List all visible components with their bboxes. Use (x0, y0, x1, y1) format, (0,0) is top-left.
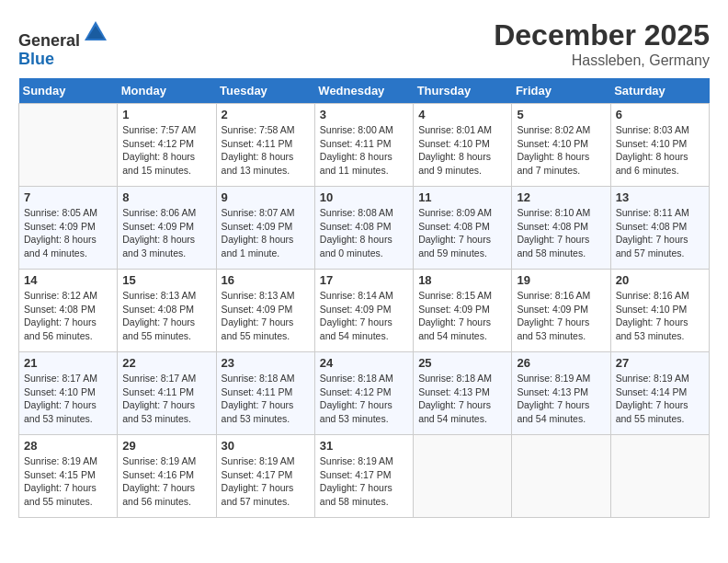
day-number: 15 (122, 273, 210, 287)
day-number: 3 (320, 108, 408, 121)
calendar-cell: 15Sunrise: 8:13 AMSunset: 4:08 PMDayligh… (118, 270, 216, 352)
day-info: Sunrise: 8:18 AMSunset: 4:11 PMDaylight:… (222, 372, 310, 426)
calendar-cell: 8Sunrise: 8:06 AMSunset: 4:09 PMDaylight… (118, 187, 216, 270)
header-friday: Friday (512, 78, 610, 104)
calendar-cell: 4Sunrise: 8:01 AMSunset: 4:10 PMDaylight… (414, 104, 512, 187)
day-info: Sunrise: 8:19 AMSunset: 4:14 PMDaylight:… (616, 372, 704, 426)
day-number: 16 (222, 273, 310, 287)
calendar-cell: 14Sunrise: 8:12 AMSunset: 4:08 PMDayligh… (19, 270, 118, 352)
week-row-2: 14Sunrise: 8:12 AMSunset: 4:08 PMDayligh… (19, 270, 710, 352)
day-info: Sunrise: 8:19 AMSunset: 4:16 PMDaylight:… (122, 454, 210, 509)
week-row-0: 1Sunrise: 7:57 AMSunset: 4:12 PMDaylight… (19, 104, 710, 187)
day-info: Sunrise: 8:11 AMSunset: 4:08 PMDaylight:… (616, 206, 704, 260)
day-number: 19 (517, 273, 605, 287)
day-number: 23 (222, 356, 310, 370)
day-number: 22 (122, 356, 210, 370)
calendar-table: SundayMondayTuesdayWednesdayThursdayFrid… (18, 78, 710, 518)
calendar-cell: 10Sunrise: 8:08 AMSunset: 4:08 PMDayligh… (314, 187, 413, 270)
calendar-header-row: SundayMondayTuesdayWednesdayThursdayFrid… (19, 78, 710, 104)
day-number: 7 (24, 190, 112, 204)
calendar-cell: 21Sunrise: 8:17 AMSunset: 4:10 PMDayligh… (19, 352, 118, 435)
day-info: Sunrise: 8:19 AMSunset: 4:13 PMDaylight:… (517, 372, 605, 426)
week-row-3: 21Sunrise: 8:17 AMSunset: 4:10 PMDayligh… (19, 352, 710, 435)
day-number: 29 (122, 439, 210, 453)
calendar-cell (414, 435, 512, 518)
day-info: Sunrise: 8:15 AMSunset: 4:09 PMDaylight:… (418, 289, 506, 343)
day-info: Sunrise: 7:57 AMSunset: 4:12 PMDaylight:… (122, 123, 210, 178)
day-info: Sunrise: 8:17 AMSunset: 4:11 PMDaylight:… (122, 372, 210, 426)
header-saturday: Saturday (610, 78, 709, 104)
header-thursday: Thursday (414, 78, 512, 104)
calendar-cell: 28Sunrise: 8:19 AMSunset: 4:15 PMDayligh… (19, 435, 118, 518)
calendar-cell: 17Sunrise: 8:14 AMSunset: 4:09 PMDayligh… (314, 270, 413, 352)
calendar-cell: 5Sunrise: 8:02 AMSunset: 4:10 PMDaylight… (512, 104, 610, 187)
logo-general: General (18, 31, 80, 50)
calendar-cell (512, 435, 610, 518)
day-info: Sunrise: 8:19 AMSunset: 4:17 PMDaylight:… (320, 454, 408, 509)
day-info: Sunrise: 8:13 AMSunset: 4:09 PMDaylight:… (222, 289, 310, 343)
day-number: 24 (320, 356, 408, 370)
day-number: 2 (222, 108, 310, 121)
day-number: 17 (320, 273, 408, 287)
day-number: 4 (418, 108, 506, 121)
day-number: 31 (320, 439, 408, 453)
week-row-1: 7Sunrise: 8:05 AMSunset: 4:09 PMDaylight… (19, 187, 710, 270)
logo-icon (82, 18, 109, 46)
day-number: 30 (222, 439, 310, 453)
calendar-cell: 27Sunrise: 8:19 AMSunset: 4:14 PMDayligh… (610, 352, 709, 435)
day-number: 9 (222, 190, 310, 204)
day-info: Sunrise: 8:02 AMSunset: 4:10 PMDaylight:… (517, 123, 605, 178)
header-sunday: Sunday (19, 78, 118, 104)
calendar-cell: 2Sunrise: 7:58 AMSunset: 4:11 PMDaylight… (216, 104, 314, 187)
header-wednesday: Wednesday (314, 78, 413, 104)
calendar-cell: 9Sunrise: 8:07 AMSunset: 4:09 PMDaylight… (216, 187, 314, 270)
day-info: Sunrise: 8:09 AMSunset: 4:08 PMDaylight:… (418, 206, 506, 260)
calendar-cell: 6Sunrise: 8:03 AMSunset: 4:10 PMDaylight… (610, 104, 709, 187)
day-number: 5 (517, 108, 605, 121)
day-number: 25 (418, 356, 506, 370)
day-info: Sunrise: 8:00 AMSunset: 4:11 PMDaylight:… (320, 123, 408, 178)
calendar-cell: 16Sunrise: 8:13 AMSunset: 4:09 PMDayligh… (216, 270, 314, 352)
day-number: 18 (418, 273, 506, 287)
day-info: Sunrise: 8:01 AMSunset: 4:10 PMDaylight:… (418, 123, 506, 178)
day-info: Sunrise: 8:18 AMSunset: 4:12 PMDaylight:… (320, 372, 408, 426)
calendar-cell: 11Sunrise: 8:09 AMSunset: 4:08 PMDayligh… (414, 187, 512, 270)
day-info: Sunrise: 8:18 AMSunset: 4:13 PMDaylight:… (418, 372, 506, 426)
header-monday: Monday (118, 78, 216, 104)
week-row-4: 28Sunrise: 8:19 AMSunset: 4:15 PMDayligh… (19, 435, 710, 518)
day-number: 20 (616, 273, 704, 287)
day-number: 6 (616, 108, 704, 121)
calendar-cell: 13Sunrise: 8:11 AMSunset: 4:08 PMDayligh… (610, 187, 709, 270)
calendar-cell: 7Sunrise: 8:05 AMSunset: 4:09 PMDaylight… (19, 187, 118, 270)
calendar-cell: 24Sunrise: 8:18 AMSunset: 4:12 PMDayligh… (314, 352, 413, 435)
calendar-cell (610, 435, 709, 518)
day-info: Sunrise: 8:16 AMSunset: 4:09 PMDaylight:… (517, 289, 605, 343)
day-number: 1 (122, 108, 210, 121)
logo: General Blue (18, 18, 109, 69)
day-info: Sunrise: 8:06 AMSunset: 4:09 PMDaylight:… (122, 206, 210, 260)
calendar-body: 1Sunrise: 7:57 AMSunset: 4:12 PMDaylight… (19, 104, 710, 518)
calendar-cell: 3Sunrise: 8:00 AMSunset: 4:11 PMDaylight… (314, 104, 413, 187)
day-number: 28 (24, 439, 112, 453)
day-info: Sunrise: 8:05 AMSunset: 4:09 PMDaylight:… (24, 206, 112, 260)
page-header: General Blue December 2025 Hassleben, Ge… (18, 18, 710, 69)
calendar-cell: 26Sunrise: 8:19 AMSunset: 4:13 PMDayligh… (512, 352, 610, 435)
day-info: Sunrise: 8:17 AMSunset: 4:10 PMDaylight:… (24, 372, 112, 426)
day-info: Sunrise: 8:10 AMSunset: 4:08 PMDaylight:… (517, 206, 605, 260)
day-info: Sunrise: 8:19 AMSunset: 4:17 PMDaylight:… (222, 454, 310, 509)
day-number: 12 (517, 190, 605, 204)
location: Hassleben, Germany (494, 52, 710, 69)
calendar-cell: 30Sunrise: 8:19 AMSunset: 4:17 PMDayligh… (216, 435, 314, 518)
day-info: Sunrise: 8:19 AMSunset: 4:15 PMDaylight:… (24, 454, 112, 509)
day-info: Sunrise: 8:07 AMSunset: 4:09 PMDaylight:… (222, 206, 310, 260)
day-info: Sunrise: 8:12 AMSunset: 4:08 PMDaylight:… (24, 289, 112, 343)
month-title: December 2025 (494, 18, 710, 52)
calendar-cell (19, 104, 118, 187)
day-info: Sunrise: 8:08 AMSunset: 4:08 PMDaylight:… (320, 206, 408, 260)
day-info: Sunrise: 8:03 AMSunset: 4:10 PMDaylight:… (616, 123, 704, 178)
day-number: 26 (517, 356, 605, 370)
calendar-cell: 23Sunrise: 8:18 AMSunset: 4:11 PMDayligh… (216, 352, 314, 435)
day-number: 13 (616, 190, 704, 204)
day-info: Sunrise: 8:16 AMSunset: 4:10 PMDaylight:… (616, 289, 704, 343)
calendar-cell: 22Sunrise: 8:17 AMSunset: 4:11 PMDayligh… (118, 352, 216, 435)
